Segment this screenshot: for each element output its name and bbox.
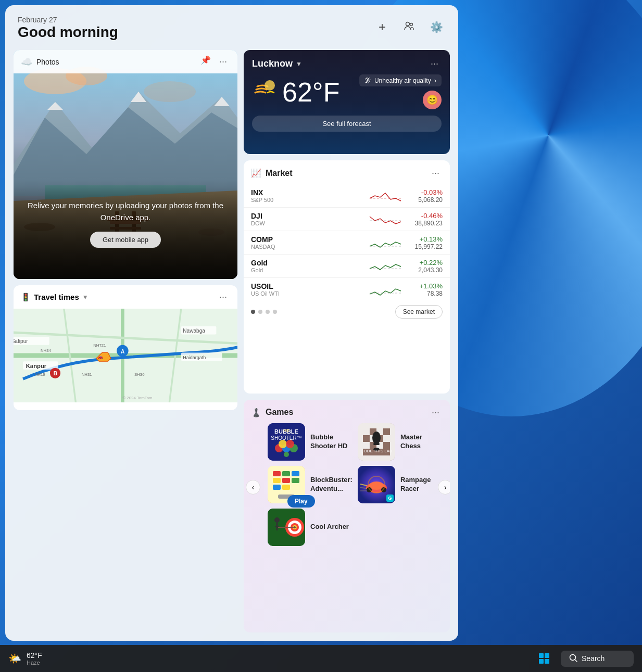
travel-map: Safipur Nawabga Kanpur Haidargath NH34 N… bbox=[14, 309, 237, 402]
market-dot-4 bbox=[273, 310, 277, 314]
games-icon: ♟️ bbox=[251, 408, 261, 417]
games-next-button[interactable]: › bbox=[438, 480, 450, 495]
svg-text:G: G bbox=[388, 496, 392, 501]
search-button[interactable]: Search bbox=[561, 651, 634, 667]
stock-change-comp: +0.13% bbox=[406, 235, 443, 243]
stock-values-dji: -0.46% 38,890.23 bbox=[406, 212, 443, 227]
cool-archer-name: Cool Archer bbox=[310, 523, 349, 531]
travel-title-area: 🚦 Travel times ▼ bbox=[21, 293, 89, 302]
cool-archer-thumb bbox=[268, 509, 305, 546]
taskbar: 🌤️ 62°F Haze Search bbox=[0, 645, 642, 672]
win-square-3 bbox=[539, 659, 544, 664]
travel-dropdown-icon[interactable]: ▼ bbox=[82, 294, 89, 301]
weather-body: 62°F 🌫 Unhealthy air quality › 😊 bbox=[244, 74, 450, 113]
search-icon bbox=[569, 654, 577, 664]
stock-info-comp: COMP NASDAQ bbox=[251, 235, 364, 250]
svg-point-72 bbox=[372, 432, 381, 444]
svg-point-60 bbox=[279, 440, 287, 448]
stock-exchange-comp: NASDAQ bbox=[251, 244, 364, 250]
svg-rect-83 bbox=[273, 485, 281, 490]
weather-forecast-button[interactable]: See full forecast bbox=[252, 116, 442, 132]
games-more-button[interactable]: ··· bbox=[429, 406, 443, 419]
header-right: + ⚙️ bbox=[373, 18, 446, 36]
stock-list: INX S&P 500 -0.03% 5,068.20 bbox=[244, 184, 450, 301]
photos-title: Photos bbox=[36, 58, 59, 66]
stock-values-usoil: +1.03% 78.38 bbox=[406, 282, 443, 297]
games-prev-button[interactable]: ‹ bbox=[246, 480, 260, 495]
stock-row-usoil[interactable]: USOIL US Oil WTI +1.03% 78.38 bbox=[244, 277, 450, 301]
market-footer: See market bbox=[244, 301, 450, 325]
svg-point-105 bbox=[274, 517, 280, 523]
market-widget: 📈 Market ··· INX S&P 500 bbox=[244, 160, 450, 394]
weather-header: Lucknow ▼ ··· bbox=[244, 50, 450, 74]
svg-point-61 bbox=[286, 440, 294, 448]
win-square-1 bbox=[539, 653, 544, 658]
svg-rect-69 bbox=[383, 435, 390, 442]
market-header: 📈 Market ··· bbox=[244, 160, 450, 184]
game-item-rampage-racer[interactable]: G Rampage Racer bbox=[358, 466, 431, 503]
master-chess-thumb: CODE THIS LAB bbox=[358, 423, 395, 461]
stock-info-usoil: USOIL US Oil WTI bbox=[251, 282, 364, 297]
travel-bottom: 2 · 13 Faster than usual bbox=[14, 402, 237, 410]
stock-row-gold[interactable]: Gold Gold +0.22% 2,043.30 bbox=[244, 254, 450, 277]
market-pagination-dots bbox=[251, 310, 277, 314]
stock-chart-gold bbox=[370, 258, 401, 274]
svg-text:SHOOTER™: SHOOTER™ bbox=[271, 435, 301, 441]
game-item-master-chess[interactable]: CODE THIS LAB Master Chess bbox=[358, 423, 431, 461]
travel-more-button[interactable]: ··· bbox=[216, 290, 230, 303]
weather-location-dropdown[interactable]: ▼ bbox=[296, 60, 302, 68]
photos-pin-button[interactable]: 📌 bbox=[200, 55, 211, 68]
taskbar-condition: Haze bbox=[27, 660, 42, 666]
photos-image: Relive your memories by uploading your p… bbox=[14, 50, 237, 279]
stock-info-dji: DJI DOW bbox=[251, 212, 364, 226]
stock-row-inx[interactable]: INX S&P 500 -0.03% 5,068.20 bbox=[244, 184, 450, 207]
games-title: Games bbox=[266, 408, 293, 417]
account-button[interactable] bbox=[400, 18, 419, 36]
stock-values-comp: +0.13% 15,997.22 bbox=[406, 235, 443, 250]
stock-values-inx: -0.03% 5,068.20 bbox=[406, 188, 443, 204]
rampage-racer-thumb: G bbox=[358, 466, 395, 503]
stock-name-inx: INX bbox=[251, 188, 364, 197]
svg-text:NH34: NH34 bbox=[41, 348, 52, 353]
account-icon bbox=[404, 20, 415, 34]
stock-row-comp[interactable]: COMP NASDAQ +0.13% 15,997.22 bbox=[244, 231, 450, 254]
panel-header: February 27 Good morning + ⚙️ bbox=[5, 5, 458, 46]
widget-grid: ☁️ Photos 📌 ··· bbox=[5, 46, 458, 641]
svg-point-62 bbox=[284, 452, 289, 457]
stock-change-inx: -0.03% bbox=[406, 188, 443, 196]
game-item-cool-archer[interactable]: Cool Archer bbox=[268, 509, 353, 546]
market-more-button[interactable]: ··· bbox=[429, 167, 443, 180]
game-item-bubble-shooter[interactable]: BUBBLE SHOOTER™ HD bbox=[268, 423, 353, 461]
get-mobile-app-button[interactable]: Get mobile app bbox=[90, 232, 161, 248]
stock-chart-dji bbox=[370, 211, 401, 227]
taskbar-weather-area: 🌤️ 62°F Haze bbox=[8, 651, 42, 666]
start-button[interactable] bbox=[534, 648, 555, 669]
panel-greeting: Good morning bbox=[18, 24, 118, 41]
travel-title: Travel times bbox=[34, 293, 79, 301]
weather-icon bbox=[252, 77, 277, 107]
stock-row-dji[interactable]: DJI DOW -0.46% 38,890.23 bbox=[244, 207, 450, 231]
photos-overlay-text: Relive your memories by uploading your p… bbox=[24, 200, 227, 223]
stock-info-gold: Gold Gold bbox=[251, 259, 364, 273]
svg-text:HD: HD bbox=[283, 428, 289, 433]
play-button[interactable]: Play bbox=[287, 495, 315, 508]
weather-air-quality[interactable]: 🌫 Unhealthy air quality › bbox=[359, 74, 442, 86]
svg-text:🚗: 🚗 bbox=[98, 354, 103, 359]
game-item-blockbuster[interactable]: BlockBuster: Adventu... Play bbox=[268, 466, 353, 503]
stock-price-comp: 15,997.22 bbox=[406, 243, 443, 250]
market-title-area: 📈 Market bbox=[251, 168, 293, 178]
svg-line-109 bbox=[575, 660, 577, 662]
svg-point-0 bbox=[406, 22, 410, 26]
weather-more-button[interactable]: ··· bbox=[427, 57, 442, 70]
photos-more-button[interactable]: ··· bbox=[216, 55, 230, 68]
add-widget-button[interactable]: + bbox=[373, 18, 392, 36]
stock-exchange-inx: S&P 500 bbox=[251, 197, 364, 203]
stock-change-gold: +0.22% bbox=[406, 259, 443, 267]
svg-text:NH721: NH721 bbox=[93, 343, 106, 348]
stock-price-usoil: 78.38 bbox=[406, 290, 443, 297]
settings-button[interactable]: ⚙️ bbox=[427, 18, 446, 36]
see-market-button[interactable]: See market bbox=[395, 305, 443, 319]
travel-time: 2 · 13 bbox=[21, 407, 68, 410]
weather-location: Lucknow ▼ bbox=[252, 58, 302, 69]
svg-rect-73 bbox=[373, 443, 380, 445]
